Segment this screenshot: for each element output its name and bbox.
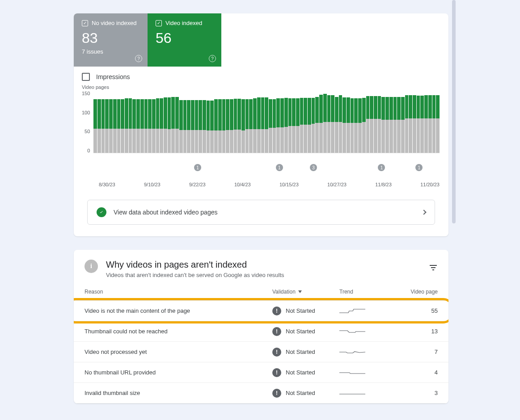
chart-area: Video pages 150100500 11311 8/30/239/10/… — [74, 84, 448, 192]
issues-table-header: Reason Validation Trend Video page — [74, 283, 448, 301]
chart-plot[interactable] — [93, 91, 440, 153]
tile-label: No video indexed — [92, 20, 136, 26]
x-axis-ticks: 8/30/239/10/239/22/2310/4/2310/15/2310/2… — [99, 182, 440, 187]
status-not-started-icon: ! — [272, 368, 281, 377]
tile-video-indexed[interactable]: ✓ Video indexed 56 ? — [148, 13, 221, 67]
validation-status: !Not Started — [272, 389, 339, 398]
tile-label: Video indexed — [165, 20, 202, 26]
issues-card: i Why videos in pages aren't indexed Vid… — [74, 250, 448, 403]
help-icon[interactable]: ? — [209, 55, 216, 62]
check-circle-icon — [97, 207, 106, 217]
checkbox-empty-icon[interactable] — [82, 73, 90, 81]
col-trend: Trend — [339, 289, 397, 295]
info-icon: i — [85, 260, 98, 273]
validation-status: !Not Started — [272, 368, 339, 377]
status-not-started-icon: ! — [272, 389, 281, 398]
chevron-right-icon — [421, 210, 426, 214]
validation-status: !Not Started — [272, 327, 339, 336]
issue-row[interactable]: No thumbnail URL provided!Not Started4 — [74, 362, 448, 383]
issue-reason: No thumbnail URL provided — [85, 369, 272, 376]
chart-marker[interactable]: 1 — [276, 164, 283, 171]
impressions-label: Impressions — [96, 73, 130, 80]
col-reason: Reason — [85, 289, 272, 295]
validation-status: !Not Started — [272, 307, 339, 315]
issue-reason: Invalid thumbnail size — [85, 390, 272, 396]
checkbox-checked-icon: ✓ — [82, 20, 88, 26]
trend-sparkline — [339, 368, 397, 377]
tile-subtext: 7 issues — [82, 48, 140, 55]
view-indexed-data-banner[interactable]: View data about indexed video pages — [87, 200, 435, 225]
issue-reason: Video not processed yet — [85, 349, 272, 355]
y-axis-ticks: 150100500 — [82, 91, 93, 153]
checkbox-checked-icon: ✓ — [156, 20, 162, 26]
banner-text: View data about indexed video pages — [114, 209, 217, 216]
trend-sparkline — [339, 348, 397, 357]
issue-reason: Video is not the main content of the pag… — [85, 307, 272, 314]
issue-row[interactable]: Video is not the main content of the pag… — [74, 301, 448, 321]
issue-page-count: 4 — [397, 369, 438, 376]
trend-sparkline — [339, 307, 397, 315]
vertical-scrollbar[interactable] — [452, 0, 457, 420]
chart-marker[interactable]: 1 — [415, 164, 423, 171]
chart-marker[interactable]: 1 — [378, 164, 385, 171]
trend-sparkline — [339, 389, 397, 398]
issue-page-count: 13 — [397, 328, 438, 335]
col-pages: Video page — [397, 289, 438, 295]
tile-no-video-indexed[interactable]: ✓ No video indexed 83 7 issues ? — [74, 13, 148, 67]
trend-sparkline — [339, 327, 397, 336]
impressions-toggle-row[interactable]: Impressions — [74, 67, 448, 84]
video-index-summary-card: ✓ No video indexed 83 7 issues ? ✓ Video… — [74, 13, 448, 236]
chart-event-markers: 11311 — [99, 164, 440, 172]
chart-y-title: Video pages — [82, 84, 440, 90]
status-not-started-icon: ! — [272, 348, 281, 357]
sort-desc-icon — [298, 290, 302, 293]
col-validation[interactable]: Validation — [272, 289, 339, 295]
tile-count: 83 — [82, 30, 140, 46]
chart-marker[interactable]: 1 — [194, 164, 201, 171]
tile-count: 56 — [156, 30, 213, 46]
issue-page-count: 7 — [397, 349, 438, 355]
issue-reason: Thumbnail could not be reached — [85, 328, 272, 335]
issues-subtitle: Videos that aren't indexed can't be serv… — [106, 272, 284, 278]
issues-title: Why videos in pages aren't indexed — [106, 260, 284, 270]
chart-marker[interactable]: 3 — [310, 164, 317, 171]
issue-row[interactable]: Thumbnail could not be reached!Not Start… — [74, 321, 448, 342]
summary-tiles: ✓ No video indexed 83 7 issues ? ✓ Video… — [74, 13, 448, 67]
issue-row[interactable]: Invalid thumbnail size!Not Started3 — [74, 383, 448, 403]
help-icon[interactable]: ? — [135, 55, 142, 62]
issue-page-count: 55 — [397, 307, 438, 314]
status-not-started-icon: ! — [272, 327, 281, 336]
issue-row[interactable]: Video not processed yet!Not Started7 — [74, 342, 448, 362]
issue-page-count: 3 — [397, 390, 438, 396]
filter-icon[interactable] — [429, 263, 438, 272]
status-not-started-icon: ! — [272, 307, 281, 315]
validation-status: !Not Started — [272, 348, 339, 357]
